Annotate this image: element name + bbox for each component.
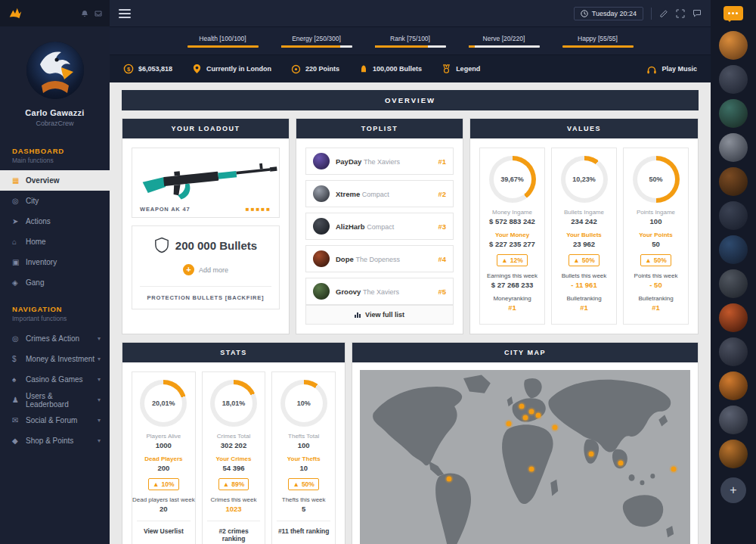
topbar: Tuesday 20:24 — [110, 0, 711, 26]
chat-icon[interactable] — [692, 9, 702, 18]
chat-bubble-button[interactable] — [723, 6, 743, 20]
chevron-down-icon: ▾ — [98, 437, 110, 444]
toplist-row[interactable]: Dope The Dopeness #4 — [305, 245, 454, 272]
sidebar-item-icon: ➤ — [12, 217, 26, 225]
friend-avatar[interactable] — [719, 201, 748, 230]
sidebar-item-label: Gang — [26, 278, 44, 287]
friend-avatar[interactable] — [719, 99, 748, 128]
add-friend-button[interactable]: + — [720, 477, 746, 503]
stat-bar-label: Nerve [20/220] — [469, 35, 540, 42]
rank-label: Bulletranking — [566, 295, 601, 302]
fullscreen-icon[interactable] — [676, 9, 685, 18]
sidebar-item[interactable]: ⌂ Home — [0, 232, 110, 252]
sidebar-item-icon: $ — [12, 355, 26, 363]
map-marker[interactable] — [529, 409, 534, 415]
toplist-row[interactable]: Groovy The Xaviers #5 — [305, 278, 454, 305]
sidebar-item[interactable]: ✉ Social & Forum ▾ — [0, 410, 110, 431]
week-value: 1023 — [225, 505, 241, 513]
column-footer-link[interactable]: #11 theft ranking — [277, 521, 330, 535]
friend-avatar[interactable] — [719, 337, 748, 366]
map-marker[interactable] — [506, 421, 511, 426]
rank-value: #1 — [508, 303, 516, 312]
player-crew: The Xaviers — [363, 288, 399, 296]
friend-avatar[interactable] — [719, 406, 748, 434]
total-label: Players Alive — [146, 433, 181, 440]
arrow-up-icon: ▲ — [501, 256, 507, 264]
toplist-row[interactable]: AlizHarb Compact #3 — [305, 213, 454, 240]
compose-icon[interactable] — [659, 9, 668, 18]
add-more-button[interactable]: + Add more — [140, 264, 271, 275]
target-icon — [291, 64, 301, 74]
friend-avatar[interactable] — [719, 440, 748, 468]
map-marker[interactable] — [588, 451, 593, 456]
map-marker[interactable] — [552, 424, 557, 430]
own-label: Your Money — [495, 232, 529, 238]
week-value: $ 27 268 233 — [491, 281, 533, 289]
inbox-icon[interactable] — [94, 10, 102, 17]
play-music-button[interactable]: Play Music — [646, 64, 697, 74]
sidebar-item[interactable]: ▣ Inventory — [0, 252, 110, 272]
sidebar-item[interactable]: ♠ Casino & Games ▾ — [0, 369, 110, 390]
bell-icon[interactable] — [81, 10, 88, 17]
friend-avatar[interactable] — [719, 269, 748, 298]
loadout-panel: YOUR LOADOUT — [122, 118, 290, 334]
money-display[interactable]: $ $6,053,818 — [123, 64, 172, 74]
column-footer-link[interactable]: View Userlist — [137, 521, 191, 535]
column-footer-link[interactable]: #2 crimes ranking — [207, 521, 261, 542]
map-marker[interactable] — [446, 476, 451, 481]
sidebar-item[interactable]: ◎ Crimes & Action ▾ — [0, 328, 110, 349]
sidebar-item[interactable]: ▦ Overview — [0, 170, 110, 191]
friend-avatar[interactable] — [719, 31, 748, 60]
section-subtitle: Main functions — [0, 157, 110, 164]
toplist-panel: TOPLIST PayDay The Xaviers #1 — [296, 118, 463, 334]
app-root: Carlo Gawazzi CobrazCrew DASHBOARD Main … — [0, 0, 756, 544]
map-marker[interactable] — [522, 415, 528, 421]
sidebar-item[interactable]: $ Money & Investment ▾ — [0, 349, 110, 369]
player-rank: #4 — [438, 255, 446, 263]
friend-avatar[interactable] — [719, 65, 748, 94]
friend-avatar[interactable] — [719, 371, 748, 400]
friend-avatar[interactable] — [719, 167, 748, 196]
view-full-list-button[interactable]: View full list — [305, 305, 454, 325]
sidebar-item[interactable]: ♟ Users & Leaderboard ▾ — [0, 390, 110, 410]
menu-button[interactable] — [119, 9, 131, 18]
rank-value: #1 — [652, 303, 660, 312]
rank-label: Bulletranking — [638, 295, 673, 302]
map-marker[interactable] — [535, 413, 541, 418]
sidebar-item[interactable]: ◆ Shop & Points ▾ — [0, 431, 110, 451]
dollar-icon: $ — [123, 64, 134, 74]
sidebar-item-icon: ◆ — [12, 437, 26, 445]
own-value: 50 — [652, 240, 660, 248]
headphones-icon — [646, 64, 657, 74]
toplist-row[interactable]: Xtreme Compact #2 — [305, 180, 454, 207]
friend-avatar[interactable] — [719, 235, 748, 264]
sidebar-item[interactable]: ➤ Actions — [0, 211, 110, 232]
weapon-rating: ■■■■■ — [246, 206, 271, 213]
map-marker[interactable] — [529, 467, 534, 472]
citymap-panel: CITY MAP — [352, 342, 699, 544]
sidebar-item[interactable]: ◎ City — [0, 191, 110, 211]
donut-chart: 50% — [633, 156, 680, 203]
friend-avatar[interactable] — [719, 133, 748, 162]
location-display[interactable]: Currently in London — [192, 64, 271, 74]
legend-display[interactable]: Legend — [442, 64, 480, 74]
player-avatar — [313, 185, 330, 202]
friend-avatar[interactable] — [719, 303, 748, 332]
trend-badge: ▲10% — [148, 478, 178, 490]
points-display[interactable]: 220 Points — [291, 64, 339, 74]
map-marker[interactable] — [671, 467, 677, 472]
sidebar-item[interactable]: ◈ Gang — [0, 272, 110, 293]
stat-bar-track — [187, 45, 259, 48]
week-label: Earnings this week — [487, 272, 538, 279]
dashboard-nav: ▦ Overview ◎ City ➤ Actions ⌂ — [0, 170, 110, 293]
player-crew: The Xaviers — [364, 158, 400, 166]
total-label: Money Ingame — [492, 209, 532, 216]
donut-chart: 10% — [280, 380, 327, 427]
toplist-row[interactable]: PayDay The Xaviers #1 — [305, 148, 454, 175]
bullets-display[interactable]: 100,000 Bullets — [359, 64, 422, 74]
map-marker[interactable] — [519, 403, 525, 409]
trend-badge: ▲50% — [569, 254, 599, 266]
own-value: $ 227 235 277 — [489, 240, 535, 248]
map-marker[interactable] — [618, 461, 624, 466]
player-rank: #3 — [438, 222, 446, 231]
